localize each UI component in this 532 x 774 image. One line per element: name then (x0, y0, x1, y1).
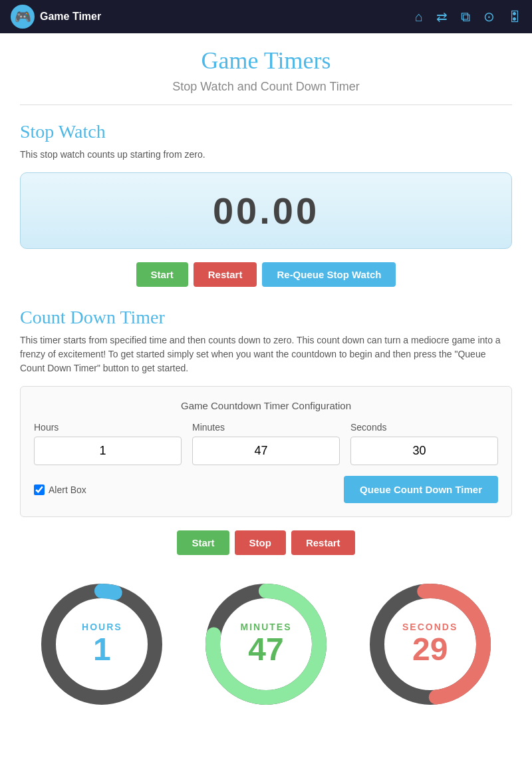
hours-label: Hours (34, 422, 182, 433)
stopwatch-display: 00.00 (20, 172, 512, 249)
minutes-value: 47 (240, 632, 291, 668)
minutes-label: Minutes (192, 422, 340, 433)
timer-controls: Start Stop Restart (20, 530, 512, 555)
app-header: 🎮 Game Timer ⌂ ⇄ ⧉ ⊙ 🎛 (0, 0, 532, 33)
seconds-value: 29 (402, 632, 458, 668)
seconds-field: Seconds (350, 422, 498, 465)
seconds-unit: SECONDS (402, 622, 458, 632)
minutes-unit: MINUTES (240, 622, 291, 632)
hours-circle-container: HOURS 1 (35, 578, 168, 711)
stopwatch-start-button[interactable]: Start (136, 262, 188, 287)
countdown-stop-button[interactable]: Stop (235, 530, 286, 555)
stopwatch-time: 00.00 (213, 190, 319, 232)
config-title: Game Countdown Timer Configuration (34, 400, 498, 411)
seconds-label: Seconds (350, 422, 498, 433)
stopwatch-requeue-button[interactable]: Re-Queue Stop Watch (262, 262, 396, 287)
hours-timer: HOURS 1 (35, 578, 168, 711)
history-icon[interactable]: ⊙ (483, 9, 495, 25)
page-title: Game Timers (20, 47, 512, 75)
hours-field: Hours (34, 422, 182, 465)
circular-timers: HOURS 1 MINUTES 47 (20, 571, 512, 724)
minutes-input[interactable] (192, 437, 340, 465)
hours-circle-label: HOURS 1 (82, 622, 122, 668)
config-fields: Hours Minutes Seconds (34, 422, 498, 465)
alert-checkbox[interactable] (34, 484, 45, 495)
queue-button[interactable]: Queue Count Down Timer (344, 476, 498, 503)
main-content: Game Timers Stop Watch and Count Down Ti… (0, 33, 532, 737)
config-bottom: Alert Box Queue Count Down Timer (34, 476, 498, 503)
header-nav: ⌂ ⇄ ⧉ ⊙ 🎛 (415, 9, 521, 25)
stopwatch-buttons: Start Restart Re-Queue Stop Watch (20, 262, 512, 287)
logo-area: 🎮 Game Timer (11, 5, 415, 29)
seconds-circle-container: SECONDS 29 (364, 578, 497, 711)
stopwatch-description: This stop watch counts up starting from … (20, 148, 512, 162)
settings-icon[interactable]: 🎛 (508, 9, 521, 25)
hours-value: 1 (82, 632, 122, 668)
seconds-circle-label: SECONDS 29 (402, 622, 458, 668)
countdown-section-title: Count Down Timer (20, 307, 512, 328)
hours-unit: HOURS (82, 622, 122, 632)
title-divider (20, 104, 512, 105)
countdown-restart-button[interactable]: Restart (291, 530, 355, 555)
alert-checkbox-area: Alert Box (34, 484, 86, 495)
minutes-field: Minutes (192, 422, 340, 465)
app-name: Game Timer (40, 11, 101, 23)
app-logo: 🎮 (11, 5, 35, 29)
countdown-config-box: Game Countdown Timer Configuration Hours… (20, 386, 512, 517)
minutes-circle-label: MINUTES 47 (240, 622, 291, 668)
stopwatch-restart-button[interactable]: Restart (194, 262, 257, 287)
minutes-timer: MINUTES 47 (200, 578, 332, 711)
page-subtitle: Stop Watch and Count Down Timer (20, 80, 512, 94)
seconds-input[interactable] (350, 437, 498, 465)
alert-label: Alert Box (49, 484, 86, 495)
minutes-circle-container: MINUTES 47 (200, 578, 332, 711)
countdown-start-button[interactable]: Start (177, 530, 229, 555)
page-title-area: Game Timers (20, 47, 512, 75)
hours-input[interactable] (34, 437, 182, 465)
seconds-timer: SECONDS 29 (364, 578, 497, 711)
home-icon[interactable]: ⌂ (415, 9, 423, 25)
copy-icon[interactable]: ⧉ (461, 9, 470, 25)
stopwatch-section-title: Stop Watch (20, 121, 512, 142)
countdown-description: This timer starts from specified time an… (20, 333, 512, 375)
shuffle-icon[interactable]: ⇄ (436, 9, 448, 25)
